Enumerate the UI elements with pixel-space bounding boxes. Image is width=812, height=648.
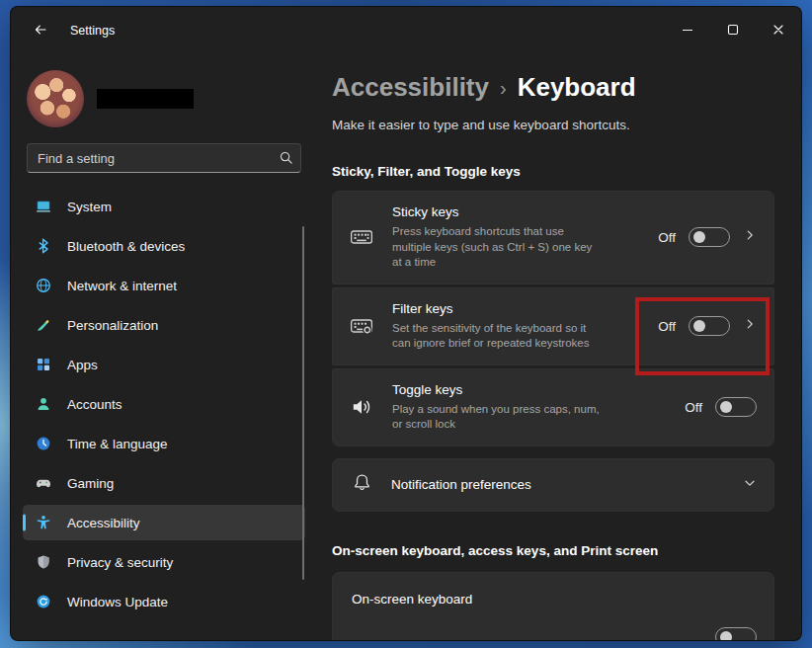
speaker-icon	[350, 395, 373, 419]
breadcrumb-accessibility[interactable]: Accessibility	[332, 70, 489, 104]
annotation-highlight-box	[635, 297, 770, 375]
sidebar-scrollbar[interactable]	[302, 226, 305, 580]
sidebar-item-label: Personalization	[67, 318, 158, 333]
sidebar-item-apps[interactable]: Apps	[23, 347, 305, 382]
selected-accent-bar	[23, 515, 26, 531]
maximize-button[interactable]	[710, 7, 756, 54]
notification-controls	[743, 476, 757, 494]
close-button[interactable]	[756, 7, 801, 54]
filter-keys-card[interactable]: Filter keys Set the sensitivity of the k…	[332, 287, 774, 365]
toggle-keys-controls: Off	[685, 397, 757, 417]
card-title: Filter keys	[392, 301, 602, 316]
avatar	[27, 70, 84, 127]
chevron-right-icon	[743, 317, 757, 335]
toggle-keys-toggle[interactable]	[715, 397, 757, 417]
keys-card-group: Sticky keys Press keyboard shortcuts tha…	[332, 191, 774, 446]
sidebar-item-label: System	[67, 200, 112, 214]
bell-icon	[352, 472, 372, 497]
on-screen-keyboard-toggle[interactable]	[715, 627, 757, 641]
titlebar: Settings	[11, 7, 801, 54]
sidebar-item-personalization[interactable]: Personalization	[23, 307, 305, 343]
filter-keys-icon	[350, 314, 373, 338]
toggle-knob	[720, 631, 732, 641]
sidebar-item-label: Gaming	[67, 476, 114, 491]
filter-keys-controls: Off	[658, 316, 757, 336]
update-arrows-icon	[35, 594, 51, 609]
user-profile[interactable]	[11, 62, 317, 127]
toggle-knob	[693, 231, 705, 243]
sticky-keys-card[interactable]: Sticky keys Press keyboard shortcuts tha…	[332, 191, 774, 284]
toggle-keys-card[interactable]: Toggle keys Play a sound when you press …	[332, 368, 774, 446]
on-screen-keyboard-controls	[715, 627, 757, 641]
sidebar-item-label: Bluetooth & devices	[67, 239, 185, 254]
sidebar: System Bluetooth & devices Network & int…	[11, 54, 317, 640]
back-arrow-icon	[33, 22, 48, 40]
game-controller-icon	[35, 475, 51, 491]
clock-icon	[35, 436, 51, 451]
page-description: Make it easier to type and use keyboard …	[332, 118, 774, 132]
toggle-keys-state: Off	[685, 400, 702, 415]
on-screen-keyboard-card[interactable]: On-screen keyboard	[332, 572, 774, 641]
sidebar-item-label: Accounts	[67, 397, 122, 412]
maximize-icon	[725, 22, 741, 40]
redacted-user-name	[97, 89, 194, 109]
card-description: Play a sound when you press caps, num, o…	[392, 402, 602, 433]
breadcrumb-separator-icon: ›	[500, 68, 507, 105]
paintbrush-icon	[35, 317, 51, 333]
sticky-keys-text: Sticky keys Press keyboard shortcuts tha…	[392, 204, 602, 271]
sidebar-item-accounts[interactable]: Accounts	[23, 386, 305, 422]
close-icon	[771, 22, 786, 40]
section-header-sticky-filter-toggle: Sticky, Filter, and Toggle keys	[332, 164, 774, 179]
sidebar-nav: System Bluetooth & devices Network & int…	[11, 189, 317, 619]
minimize-button[interactable]	[665, 7, 710, 54]
minimize-icon	[680, 22, 695, 40]
sticky-keys-controls: Off	[658, 227, 757, 247]
sidebar-item-label: Accessibility	[67, 516, 140, 530]
filter-keys-text: Filter keys Set the sensitivity of the k…	[392, 301, 602, 352]
notification-preferences-card[interactable]: Notification preferences	[332, 458, 774, 512]
toggle-knob	[720, 401, 732, 413]
toggle-knob	[693, 320, 705, 332]
on-screen-keyboard-label: On-screen keyboard	[352, 590, 472, 607]
card-title: Toggle keys	[392, 382, 602, 397]
sidebar-item-privacy-security[interactable]: Privacy & security	[23, 544, 305, 580]
sidebar-item-label: Network & internet	[67, 279, 177, 293]
chevron-down-icon	[743, 476, 757, 494]
sticky-keys-state: Off	[658, 230, 676, 245]
search-input[interactable]	[27, 143, 301, 173]
toggle-keys-text: Toggle keys Play a sound when you press …	[392, 382, 602, 433]
sticky-keys-toggle[interactable]	[689, 227, 730, 247]
main-content: Accessibility › Keyboard Make it easier …	[317, 54, 801, 640]
chevron-right-icon	[743, 228, 757, 246]
sidebar-item-label: Privacy & security	[67, 555, 173, 570]
sidebar-item-label: Apps	[67, 358, 98, 372]
sidebar-item-system[interactable]: System	[23, 189, 305, 224]
sidebar-item-label: Windows Update	[67, 595, 168, 609]
bluetooth-icon	[35, 238, 51, 254]
section-header-onscreen-keyboard: On-screen keyboard, access keys, and Pri…	[332, 543, 774, 558]
notification-preferences-label: Notification preferences	[391, 477, 531, 492]
sidebar-item-label: Time & language	[67, 437, 168, 451]
breadcrumb: Accessibility › Keyboard	[332, 68, 774, 105]
filter-keys-toggle[interactable]	[689, 316, 730, 336]
search-icon	[279, 150, 293, 169]
filter-keys-state: Off	[658, 319, 676, 334]
card-description: Press keyboard shortcuts that use multip…	[392, 224, 602, 271]
settings-window: Settings	[10, 6, 802, 641]
sidebar-item-time-language[interactable]: Time & language	[23, 426, 305, 461]
apps-grid-icon	[35, 357, 51, 372]
person-icon	[35, 396, 51, 412]
sticky-keys-icon	[350, 225, 373, 249]
sidebar-item-bluetooth-devices[interactable]: Bluetooth & devices	[23, 228, 305, 264]
window-controls	[665, 7, 801, 54]
page-title: Keyboard	[518, 70, 636, 104]
accessibility-person-icon	[35, 515, 51, 530]
sidebar-item-windows-update[interactable]: Windows Update	[23, 584, 305, 619]
back-button[interactable]	[25, 15, 56, 46]
system-icon	[35, 199, 51, 214]
sidebar-item-gaming[interactable]: Gaming	[23, 465, 305, 501]
sidebar-item-network-internet[interactable]: Network & internet	[23, 268, 305, 303]
sidebar-item-accessibility[interactable]: Accessibility	[23, 505, 305, 540]
app-title: Settings	[70, 24, 115, 38]
globe-icon	[35, 278, 51, 293]
